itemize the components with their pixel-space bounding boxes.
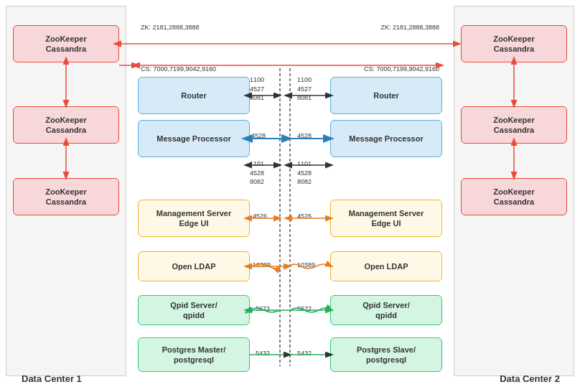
mgmt-port-left: 4526 <box>253 212 267 221</box>
pg-port-right: 5432 <box>297 349 312 358</box>
mgmt-dc2: Management ServerEdge UI <box>330 200 442 237</box>
mp-dc2: Message Processor <box>330 120 442 157</box>
router-port-left: 110045278081 <box>250 75 264 103</box>
dc2-label: Data Center 2 <box>500 373 560 384</box>
mp-dc1: Message Processor <box>138 120 250 157</box>
zk1-dc2: ZooKeeperCassandra <box>461 25 567 62</box>
ldap-port-right: 10389 <box>297 261 315 270</box>
zk1-dc1: ZooKeeperCassandra <box>13 25 119 62</box>
mp-bottom-left: 110145288082 <box>250 159 264 187</box>
ldap-port-left: 10389 <box>253 261 271 270</box>
zk2-dc1: ZooKeeperCassandra <box>13 106 119 144</box>
zk3-dc2: ZooKeeperCassandra <box>461 178 567 215</box>
ldap-dc1: Open LDAP <box>138 251 250 281</box>
pg-dc1: Postgres Master/postgresql <box>138 337 250 372</box>
router-port-right: 110045278081 <box>297 75 312 103</box>
cs-port-left: CS: 7000,7199,9042,9160 <box>141 65 216 74</box>
qpid-port-right: 5672 <box>297 304 312 314</box>
mp-port-left: 4528 <box>251 131 266 141</box>
qpid-dc2: Qpid Server/qpidd <box>330 295 442 325</box>
qpid-port-left: 5672 <box>256 304 270 314</box>
ldap-dc2: Open LDAP <box>330 251 442 281</box>
zk2-dc2: ZooKeeperCassandra <box>461 106 567 144</box>
mgmt-port-right: 4526 <box>297 212 312 221</box>
mp-bottom-right: 110145288082 <box>297 159 312 187</box>
router-dc1: Router <box>138 77 250 114</box>
zk-port-left: ZK: 2181,2888,3888 <box>141 23 200 32</box>
zk-port-right: ZK: 2181,2888,3888 <box>380 23 439 32</box>
qpid-dc1: Qpid Server/qpidd <box>138 295 250 325</box>
cs-port-right: CS: 7000,7199,9042,9160 <box>364 65 439 74</box>
pg-dc2: Postgres Slave/postgresql <box>330 337 442 372</box>
dc1-label: Data Center 1 <box>22 373 82 384</box>
pg-port-left: 5432 <box>256 349 270 358</box>
zk3-dc1: ZooKeeperCassandra <box>13 178 119 215</box>
diagram-container: Data Center 1 Data Center 2 ZooKeeperCas… <box>0 0 580 392</box>
mgmt-dc1: Management ServerEdge UI <box>138 200 250 237</box>
router-dc2: Router <box>330 77 442 114</box>
mp-port-right: 4528 <box>297 131 312 141</box>
